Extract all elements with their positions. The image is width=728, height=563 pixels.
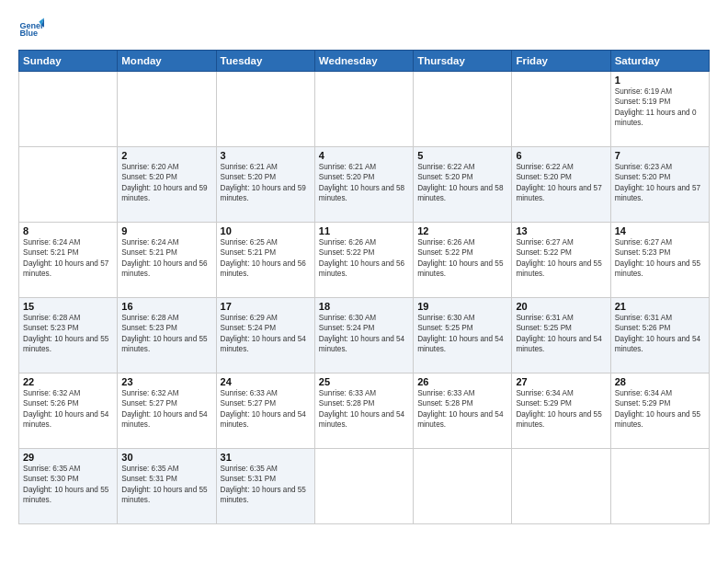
calendar-cell: 29Sunrise: 6:35 AMSunset: 5:30 PMDayligh…: [19, 449, 118, 524]
calendar-cell: 6Sunrise: 6:22 AMSunset: 5:20 PMDaylight…: [512, 147, 610, 223]
col-header-tuesday: Tuesday: [216, 51, 314, 72]
calendar-cell: [610, 449, 709, 524]
calendar-cell: 20Sunrise: 6:31 AMSunset: 5:25 PMDayligh…: [512, 298, 610, 373]
day-text: Sunrise: 6:33 AMSunset: 5:27 PMDaylight:…: [221, 389, 306, 429]
calendar-cell: 18Sunrise: 6:30 AMSunset: 5:24 PMDayligh…: [314, 298, 413, 373]
calendar-cell: 16Sunrise: 6:28 AMSunset: 5:23 PMDayligh…: [118, 298, 216, 373]
calendar-cell: 15Sunrise: 6:28 AMSunset: 5:23 PMDayligh…: [19, 298, 118, 373]
day-text: Sunrise: 6:33 AMSunset: 5:28 PMDaylight:…: [319, 389, 404, 429]
calendar-cell: 24Sunrise: 6:33 AMSunset: 5:27 PMDayligh…: [216, 373, 314, 449]
day-text: Sunrise: 6:29 AMSunset: 5:24 PMDaylight:…: [221, 314, 306, 353]
day-number: 16: [121, 301, 211, 312]
day-number: 28: [615, 376, 705, 387]
day-number: 13: [516, 225, 606, 236]
day-text: Sunrise: 6:31 AMSunset: 5:26 PMDaylight:…: [615, 314, 700, 353]
day-number: 12: [417, 225, 507, 236]
calendar-cell: 4Sunrise: 6:21 AMSunset: 5:20 PMDaylight…: [314, 147, 413, 223]
day-text: Sunrise: 6:27 AMSunset: 5:23 PMDaylight:…: [615, 238, 700, 278]
header-row: General Blue: [18, 17, 710, 42]
day-number: 4: [319, 150, 409, 161]
week-row: 8Sunrise: 6:24 AMSunset: 5:21 PMDaylight…: [19, 223, 710, 298]
day-text: Sunrise: 6:35 AMSunset: 5:31 PMDaylight:…: [221, 465, 306, 504]
calendar-cell: [414, 72, 512, 147]
col-header-friday: Friday: [512, 51, 610, 72]
day-number: 17: [221, 301, 311, 312]
day-text: Sunrise: 6:30 AMSunset: 5:24 PMDaylight:…: [319, 314, 404, 353]
calendar-cell: 30Sunrise: 6:35 AMSunset: 5:31 PMDayligh…: [118, 449, 216, 524]
calendar-cell: 1Sunrise: 6:19 AMSunset: 5:19 PMDaylight…: [610, 72, 709, 147]
calendar-cell: [314, 72, 413, 147]
col-header-thursday: Thursday: [414, 51, 512, 72]
day-text: Sunrise: 6:26 AMSunset: 5:22 PMDaylight:…: [319, 238, 404, 278]
day-text: Sunrise: 6:33 AMSunset: 5:28 PMDaylight:…: [417, 389, 503, 429]
calendar-cell: 27Sunrise: 6:34 AMSunset: 5:29 PMDayligh…: [512, 373, 610, 449]
day-text: Sunrise: 6:25 AMSunset: 5:21 PMDaylight:…: [221, 238, 306, 278]
day-text: Sunrise: 6:23 AMSunset: 5:20 PMDaylight:…: [615, 163, 700, 202]
week-row: 1Sunrise: 6:19 AMSunset: 5:19 PMDaylight…: [19, 72, 710, 147]
calendar-cell: [512, 449, 610, 524]
day-number: 15: [23, 301, 113, 312]
day-text: Sunrise: 6:21 AMSunset: 5:20 PMDaylight:…: [319, 163, 404, 202]
day-number: 9: [121, 225, 211, 236]
calendar-cell: 12Sunrise: 6:26 AMSunset: 5:22 PMDayligh…: [414, 223, 512, 298]
day-number: 1: [615, 75, 705, 86]
day-text: Sunrise: 6:32 AMSunset: 5:26 PMDaylight:…: [23, 389, 108, 429]
logo: General Blue: [18, 17, 44, 42]
calendar-cell: 5Sunrise: 6:22 AMSunset: 5:20 PMDaylight…: [414, 147, 512, 223]
svg-text:Blue: Blue: [19, 29, 38, 38]
day-number: 19: [417, 301, 507, 312]
day-number: 7: [615, 150, 705, 161]
day-text: Sunrise: 6:35 AMSunset: 5:30 PMDaylight:…: [23, 465, 108, 504]
calendar-cell: [314, 449, 413, 524]
week-row: 2Sunrise: 6:20 AMSunset: 5:20 PMDaylight…: [19, 147, 710, 223]
day-text: Sunrise: 6:26 AMSunset: 5:22 PMDaylight:…: [417, 238, 503, 278]
day-number: 26: [417, 376, 507, 387]
day-number: 14: [615, 225, 705, 236]
calendar-cell: 17Sunrise: 6:29 AMSunset: 5:24 PMDayligh…: [216, 298, 314, 373]
day-number: 22: [23, 376, 113, 387]
day-number: 11: [319, 225, 409, 236]
day-text: Sunrise: 6:22 AMSunset: 5:20 PMDaylight:…: [417, 163, 503, 202]
calendar-cell: [216, 72, 314, 147]
day-text: Sunrise: 6:20 AMSunset: 5:20 PMDaylight:…: [121, 163, 207, 202]
week-row: 15Sunrise: 6:28 AMSunset: 5:23 PMDayligh…: [19, 298, 710, 373]
logo-icon: General Blue: [18, 17, 44, 42]
calendar-cell: 8Sunrise: 6:24 AMSunset: 5:21 PMDaylight…: [19, 223, 118, 298]
calendar-cell: [118, 72, 216, 147]
calendar-cell: 21Sunrise: 6:31 AMSunset: 5:26 PMDayligh…: [610, 298, 709, 373]
col-header-sunday: Sunday: [19, 51, 118, 72]
day-number: 6: [516, 150, 606, 161]
week-row: 22Sunrise: 6:32 AMSunset: 5:26 PMDayligh…: [19, 373, 710, 449]
calendar-cell: [512, 72, 610, 147]
day-text: Sunrise: 6:27 AMSunset: 5:22 PMDaylight:…: [516, 238, 601, 278]
calendar-cell: [414, 449, 512, 524]
calendar-cell: 3Sunrise: 6:21 AMSunset: 5:20 PMDaylight…: [216, 147, 314, 223]
day-number: 21: [615, 301, 705, 312]
day-text: Sunrise: 6:24 AMSunset: 5:21 PMDaylight:…: [23, 238, 108, 278]
day-text: Sunrise: 6:31 AMSunset: 5:25 PMDaylight:…: [516, 314, 601, 353]
day-number: 24: [221, 376, 311, 387]
week-row: 29Sunrise: 6:35 AMSunset: 5:30 PMDayligh…: [19, 449, 710, 524]
day-number: 23: [121, 376, 211, 387]
calendar-cell: 10Sunrise: 6:25 AMSunset: 5:21 PMDayligh…: [216, 223, 314, 298]
calendar-cell: 13Sunrise: 6:27 AMSunset: 5:22 PMDayligh…: [512, 223, 610, 298]
day-number: 25: [319, 376, 409, 387]
calendar-cell: 26Sunrise: 6:33 AMSunset: 5:28 PMDayligh…: [414, 373, 512, 449]
day-text: Sunrise: 6:35 AMSunset: 5:31 PMDaylight:…: [121, 465, 207, 504]
calendar-cell: 23Sunrise: 6:32 AMSunset: 5:27 PMDayligh…: [118, 373, 216, 449]
calendar-cell: 31Sunrise: 6:35 AMSunset: 5:31 PMDayligh…: [216, 449, 314, 524]
day-number: 18: [319, 301, 409, 312]
day-number: 3: [221, 150, 311, 161]
calendar-cell: 9Sunrise: 6:24 AMSunset: 5:21 PMDaylight…: [118, 223, 216, 298]
day-number: 20: [516, 301, 606, 312]
day-number: 29: [23, 452, 113, 463]
day-text: Sunrise: 6:28 AMSunset: 5:23 PMDaylight:…: [23, 314, 108, 353]
calendar-table: SundayMondayTuesdayWednesdayThursdayFrid…: [18, 50, 710, 524]
col-header-wednesday: Wednesday: [314, 51, 413, 72]
day-number: 8: [23, 225, 113, 236]
calendar-cell: 11Sunrise: 6:26 AMSunset: 5:22 PMDayligh…: [314, 223, 413, 298]
day-text: Sunrise: 6:28 AMSunset: 5:23 PMDaylight:…: [121, 314, 207, 353]
day-text: Sunrise: 6:19 AMSunset: 5:19 PMDaylight:…: [615, 87, 697, 127]
day-number: 30: [121, 452, 211, 463]
col-header-monday: Monday: [118, 51, 216, 72]
